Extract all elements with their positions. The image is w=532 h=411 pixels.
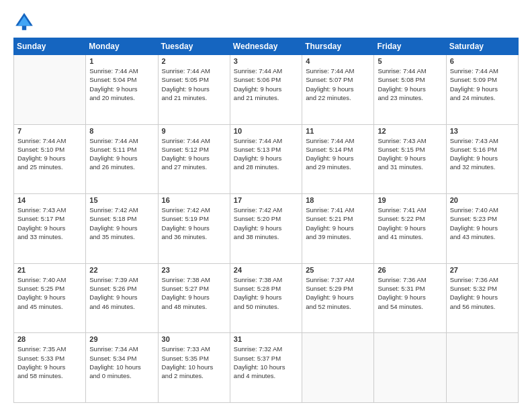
day-number: 20: [450, 196, 515, 204]
calendar-cell: 10Sunrise: 7:44 AM Sunset: 5:13 PM Dayli…: [230, 124, 302, 194]
day-number: 23: [162, 266, 226, 274]
day-number: 22: [89, 266, 154, 274]
cell-info: Sunrise: 7:42 AM Sunset: 5:18 PM Dayligh…: [89, 205, 154, 241]
day-number: 13: [450, 127, 515, 135]
svg-rect-2: [22, 26, 26, 30]
calendar-cell: 11Sunrise: 7:44 AM Sunset: 5:14 PM Dayli…: [302, 124, 374, 194]
calendar-cell: 12Sunrise: 7:43 AM Sunset: 5:15 PM Dayli…: [374, 124, 446, 194]
cell-info: Sunrise: 7:44 AM Sunset: 5:14 PM Dayligh…: [306, 136, 370, 172]
calendar-cell: 1Sunrise: 7:44 AM Sunset: 5:04 PM Daylig…: [86, 55, 158, 125]
calendar-cell: 6Sunrise: 7:44 AM Sunset: 5:09 PM Daylig…: [446, 55, 518, 125]
calendar-cell: 5Sunrise: 7:44 AM Sunset: 5:08 PM Daylig…: [374, 55, 446, 125]
cell-info: Sunrise: 7:44 AM Sunset: 5:13 PM Dayligh…: [234, 136, 298, 172]
day-number: 27: [450, 266, 515, 274]
cell-info: Sunrise: 7:44 AM Sunset: 5:07 PM Dayligh…: [306, 66, 370, 102]
calendar-cell: 8Sunrise: 7:44 AM Sunset: 5:11 PM Daylig…: [86, 124, 158, 194]
calendar-header-sunday: Sunday: [14, 38, 86, 55]
calendar-cell: 7Sunrise: 7:44 AM Sunset: 5:10 PM Daylig…: [14, 124, 86, 194]
day-number: 30: [162, 335, 226, 343]
cell-info: Sunrise: 7:40 AM Sunset: 5:25 PM Dayligh…: [17, 275, 82, 311]
calendar-week-3: 14Sunrise: 7:43 AM Sunset: 5:17 PM Dayli…: [14, 194, 519, 264]
day-number: 6: [450, 57, 515, 65]
calendar-cell: 31Sunrise: 7:32 AM Sunset: 5:37 PM Dayli…: [230, 333, 302, 403]
calendar-cell: 15Sunrise: 7:42 AM Sunset: 5:18 PM Dayli…: [86, 194, 158, 264]
cell-info: Sunrise: 7:44 AM Sunset: 5:10 PM Dayligh…: [17, 136, 82, 172]
day-number: 17: [234, 196, 298, 204]
calendar-cell: 21Sunrise: 7:40 AM Sunset: 5:25 PM Dayli…: [14, 263, 86, 333]
cell-info: Sunrise: 7:37 AM Sunset: 5:29 PM Dayligh…: [306, 275, 370, 311]
cell-info: Sunrise: 7:33 AM Sunset: 5:35 PM Dayligh…: [162, 345, 226, 380]
calendar-cell: 9Sunrise: 7:44 AM Sunset: 5:12 PM Daylig…: [158, 124, 230, 194]
calendar-header-row: SundayMondayTuesdayWednesdayThursdayFrid…: [14, 38, 519, 55]
cell-info: Sunrise: 7:41 AM Sunset: 5:21 PM Dayligh…: [306, 205, 370, 241]
cell-info: Sunrise: 7:44 AM Sunset: 5:09 PM Dayligh…: [450, 66, 515, 102]
calendar-cell: 17Sunrise: 7:42 AM Sunset: 5:20 PM Dayli…: [230, 194, 302, 264]
calendar-cell: 18Sunrise: 7:41 AM Sunset: 5:21 PM Dayli…: [302, 194, 374, 264]
calendar-cell: 26Sunrise: 7:36 AM Sunset: 5:31 PM Dayli…: [374, 263, 446, 333]
calendar-header-saturday: Saturday: [446, 38, 518, 55]
calendar-header-tuesday: Tuesday: [158, 38, 230, 55]
calendar-week-2: 7Sunrise: 7:44 AM Sunset: 5:10 PM Daylig…: [14, 124, 519, 194]
cell-info: Sunrise: 7:44 AM Sunset: 5:04 PM Dayligh…: [89, 66, 154, 102]
day-number: 10: [234, 127, 298, 135]
cell-info: Sunrise: 7:43 AM Sunset: 5:17 PM Dayligh…: [17, 205, 82, 241]
cell-info: Sunrise: 7:42 AM Sunset: 5:20 PM Dayligh…: [234, 205, 298, 241]
calendar-cell: 14Sunrise: 7:43 AM Sunset: 5:17 PM Dayli…: [14, 194, 86, 264]
calendar-header-friday: Friday: [374, 38, 446, 55]
day-number: 15: [89, 196, 154, 204]
day-number: 29: [89, 335, 154, 343]
calendar-week-5: 28Sunrise: 7:35 AM Sunset: 5:33 PM Dayli…: [14, 333, 519, 403]
calendar-table: SundayMondayTuesdayWednesdayThursdayFrid…: [13, 38, 519, 403]
day-number: 14: [17, 196, 82, 204]
page: SundayMondayTuesdayWednesdayThursdayFrid…: [0, 0, 532, 411]
calendar-cell: 20Sunrise: 7:40 AM Sunset: 5:23 PM Dayli…: [446, 194, 518, 264]
calendar-cell: [374, 333, 446, 403]
calendar-cell: 19Sunrise: 7:41 AM Sunset: 5:22 PM Dayli…: [374, 194, 446, 264]
cell-info: Sunrise: 7:39 AM Sunset: 5:26 PM Dayligh…: [89, 275, 154, 311]
calendar-cell: 29Sunrise: 7:34 AM Sunset: 5:34 PM Dayli…: [86, 333, 158, 403]
calendar-cell: 27Sunrise: 7:36 AM Sunset: 5:32 PM Dayli…: [446, 263, 518, 333]
cell-info: Sunrise: 7:44 AM Sunset: 5:11 PM Dayligh…: [89, 136, 154, 172]
calendar-header-wednesday: Wednesday: [230, 38, 302, 55]
day-number: 9: [162, 127, 226, 135]
day-number: 3: [234, 57, 298, 65]
calendar-cell: [14, 55, 86, 125]
day-number: 2: [162, 57, 226, 65]
calendar-cell: 22Sunrise: 7:39 AM Sunset: 5:26 PM Dayli…: [86, 263, 158, 333]
cell-info: Sunrise: 7:43 AM Sunset: 5:16 PM Dayligh…: [450, 136, 515, 172]
calendar-cell: 16Sunrise: 7:42 AM Sunset: 5:19 PM Dayli…: [158, 194, 230, 264]
cell-info: Sunrise: 7:36 AM Sunset: 5:31 PM Dayligh…: [378, 275, 442, 311]
day-number: 28: [17, 335, 82, 343]
calendar-cell: 25Sunrise: 7:37 AM Sunset: 5:29 PM Dayli…: [302, 263, 374, 333]
cell-info: Sunrise: 7:41 AM Sunset: 5:22 PM Dayligh…: [378, 205, 442, 241]
day-number: 4: [306, 57, 370, 65]
cell-info: Sunrise: 7:44 AM Sunset: 5:05 PM Dayligh…: [162, 66, 226, 102]
calendar-cell: [302, 333, 374, 403]
calendar-cell: 23Sunrise: 7:38 AM Sunset: 5:27 PM Dayli…: [158, 263, 230, 333]
day-number: 5: [378, 57, 442, 65]
calendar-week-1: 1Sunrise: 7:44 AM Sunset: 5:04 PM Daylig…: [14, 55, 519, 125]
cell-info: Sunrise: 7:43 AM Sunset: 5:15 PM Dayligh…: [378, 136, 442, 172]
calendar-cell: 13Sunrise: 7:43 AM Sunset: 5:16 PM Dayli…: [446, 124, 518, 194]
day-number: 25: [306, 266, 370, 274]
logo: [13, 11, 38, 32]
calendar-cell: 3Sunrise: 7:44 AM Sunset: 5:06 PM Daylig…: [230, 55, 302, 125]
calendar-cell: 2Sunrise: 7:44 AM Sunset: 5:05 PM Daylig…: [158, 55, 230, 125]
cell-info: Sunrise: 7:38 AM Sunset: 5:28 PM Dayligh…: [234, 275, 298, 311]
cell-info: Sunrise: 7:36 AM Sunset: 5:32 PM Dayligh…: [450, 275, 515, 311]
calendar-cell: 4Sunrise: 7:44 AM Sunset: 5:07 PM Daylig…: [302, 55, 374, 125]
calendar-cell: 30Sunrise: 7:33 AM Sunset: 5:35 PM Dayli…: [158, 333, 230, 403]
day-number: 21: [17, 266, 82, 274]
day-number: 16: [162, 196, 226, 204]
day-number: 7: [17, 127, 82, 135]
day-number: 19: [378, 196, 442, 204]
day-number: 26: [378, 266, 442, 274]
cell-info: Sunrise: 7:44 AM Sunset: 5:08 PM Dayligh…: [378, 66, 442, 102]
calendar-cell: 28Sunrise: 7:35 AM Sunset: 5:33 PM Dayli…: [14, 333, 86, 403]
logo-icon: [13, 11, 35, 32]
calendar-cell: 24Sunrise: 7:38 AM Sunset: 5:28 PM Dayli…: [230, 263, 302, 333]
calendar-cell: [446, 333, 518, 403]
day-number: 12: [378, 127, 442, 135]
calendar-header-monday: Monday: [86, 38, 158, 55]
day-number: 24: [234, 266, 298, 274]
